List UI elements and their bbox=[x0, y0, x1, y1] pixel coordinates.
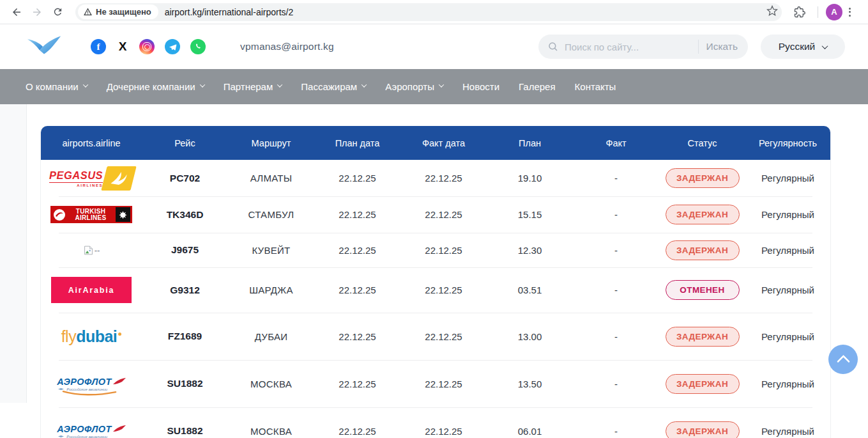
aeroflot-wing-icon bbox=[113, 378, 126, 386]
chevron-down-icon bbox=[439, 82, 444, 87]
facebook-icon[interactable]: f bbox=[91, 39, 106, 54]
flight-number: FZ1689 bbox=[142, 331, 228, 342]
flight-number: TK346D bbox=[142, 209, 228, 221]
whatsapp-icon[interactable] bbox=[190, 39, 206, 54]
url-text[interactable]: airport.kg/international-airports/2 bbox=[165, 7, 766, 17]
airline-logo-cell: АЭРОФЛОТ Российские авиалинии bbox=[41, 377, 142, 391]
security-chip[interactable]: Не защищено bbox=[78, 4, 158, 19]
forward-arrow-icon bbox=[31, 6, 43, 18]
toolbar-right: A bbox=[789, 2, 855, 22]
flight-number: G9312 bbox=[142, 285, 228, 296]
airline-logo-cell: fly dubai bbox=[41, 327, 142, 346]
plan-date: 22.12.25 bbox=[314, 209, 400, 220]
plan-date: 22.12.25 bbox=[314, 331, 400, 342]
airline-logo-cell: AirArabia bbox=[41, 277, 142, 303]
plan-time: 06.01 bbox=[487, 426, 573, 437]
site-search: Искать bbox=[538, 35, 748, 59]
back-button[interactable] bbox=[6, 2, 27, 22]
plan-time: 12.30 bbox=[487, 245, 573, 256]
turkish-emblem-icon bbox=[53, 208, 66, 221]
search-button[interactable]: Искать bbox=[706, 41, 738, 52]
fact-date: 22.12.25 bbox=[400, 331, 487, 342]
aeroflot-swoosh-icon bbox=[62, 389, 117, 397]
route: СТАМБУЛ bbox=[228, 209, 314, 220]
chevron-down-icon bbox=[82, 82, 88, 87]
regularity: Регулярный bbox=[745, 173, 830, 184]
x-icon[interactable]: X bbox=[116, 39, 129, 54]
column-header: airports.airline bbox=[41, 138, 142, 148]
regularity: Регулярный bbox=[745, 426, 830, 437]
nav-item-5[interactable]: Аэропорты bbox=[385, 81, 443, 92]
route: КУВЕЙТ bbox=[228, 245, 314, 256]
fact-date: 22.12.25 bbox=[400, 173, 487, 184]
content-area: airports.airlineРейсМаршрутПлан датаФакт… bbox=[0, 104, 868, 403]
telegram-icon[interactable] bbox=[165, 39, 180, 54]
aeroflot-logo: АЭРОФЛОТ Российские авиалинии bbox=[57, 424, 125, 438]
route: МОСКВА bbox=[228, 379, 314, 389]
flight-row: PEGASUS AIRLINES PC702 АЛМАТЫ 22.12.25 2… bbox=[41, 160, 830, 196]
fact-date: 22.12.25 bbox=[400, 209, 487, 220]
nav-item-2[interactable]: Дочерние компании bbox=[107, 81, 204, 92]
column-header: Факт дата bbox=[400, 138, 487, 148]
language-selector[interactable]: Русский bbox=[761, 35, 845, 59]
fact-date: 22.12.25 bbox=[400, 426, 487, 437]
status-badge: ЗАДЕРЖАН bbox=[666, 168, 740, 188]
flight-row: АЭРОФЛОТ Российские авиалинии SU1882 МОС… bbox=[41, 360, 830, 407]
fact-time: - bbox=[573, 331, 659, 342]
site-header: f X vpmanas@airport.kg Искать Русский bbox=[0, 24, 868, 69]
nav-item-6[interactable]: Новости bbox=[462, 81, 499, 92]
chevron-down-icon bbox=[822, 43, 828, 49]
broken-image-placeholder: -- bbox=[83, 245, 100, 256]
plan-time: 03.51 bbox=[487, 285, 573, 295]
nav-item-8[interactable]: Контакты bbox=[575, 81, 616, 92]
regularity: Регулярный bbox=[745, 209, 830, 220]
reload-icon bbox=[52, 6, 63, 17]
chevron-down-icon bbox=[277, 82, 282, 87]
flight-number: PC702 bbox=[142, 173, 228, 184]
fact-time: - bbox=[573, 379, 659, 389]
plan-date: 22.12.25 bbox=[314, 379, 400, 389]
pegasus-airlines-logo: PEGASUS AIRLINES bbox=[49, 166, 133, 191]
column-header: Маршрут bbox=[228, 138, 314, 148]
column-header: Регулярность bbox=[745, 138, 830, 148]
nav-item-3[interactable]: Партнерам bbox=[224, 81, 282, 92]
language-label: Русский bbox=[779, 41, 816, 52]
bookmark-star-icon[interactable] bbox=[766, 5, 778, 19]
pegasus-flag-icon bbox=[101, 166, 136, 191]
flight-row: AirArabia G9312 ШАРДЖА 22.12.25 22.12.25… bbox=[41, 267, 830, 313]
flydubai-dot bbox=[118, 332, 121, 336]
instagram-icon[interactable] bbox=[139, 39, 155, 54]
forward-button[interactable] bbox=[27, 2, 47, 22]
profile-avatar[interactable]: A bbox=[826, 4, 842, 20]
airline-logo-cell: -- bbox=[41, 245, 142, 256]
nav-item-7[interactable]: Галерея bbox=[519, 81, 556, 92]
toolbar-separator bbox=[818, 6, 818, 18]
extensions-button[interactable] bbox=[789, 2, 810, 22]
table-zone: airports.airlineРейсМаршрутПлан датаФакт… bbox=[27, 104, 868, 403]
url-bar[interactable]: Не защищено airport.kg/international-air… bbox=[75, 3, 782, 21]
nav-item-1[interactable]: О компании bbox=[26, 81, 88, 92]
contact-email[interactable]: vpmanas@airport.kg bbox=[240, 41, 334, 52]
airline-logo-cell: АЭРОФЛОТ Российские авиалинии bbox=[41, 424, 142, 438]
plan-date: 22.12.25 bbox=[314, 173, 400, 184]
fact-date: 22.12.25 bbox=[400, 379, 487, 389]
column-header: Рейс bbox=[142, 138, 228, 148]
search-input[interactable] bbox=[565, 42, 694, 52]
fact-time: - bbox=[573, 173, 659, 184]
nav-item-4[interactable]: Пассажирам bbox=[301, 81, 366, 92]
plan-time: 15.15 bbox=[487, 209, 573, 220]
manas-airport-logo[interactable] bbox=[26, 33, 63, 60]
column-header: Статус bbox=[659, 138, 745, 148]
bird-logo-icon bbox=[26, 33, 63, 58]
route: МОСКВА bbox=[228, 426, 314, 437]
column-header: План дата bbox=[314, 138, 400, 148]
plan-date: 22.12.25 bbox=[314, 285, 400, 295]
regularity: Регулярный bbox=[745, 379, 830, 389]
main-nav-list: О компании Дочерние компании Партнерам П… bbox=[0, 69, 868, 104]
scroll-to-top-button[interactable] bbox=[828, 345, 858, 374]
fact-time: - bbox=[573, 245, 659, 256]
airline-logo-cell: TURKISH AIRLINES bbox=[41, 206, 142, 223]
puzzle-icon bbox=[794, 6, 805, 18]
reload-button[interactable] bbox=[47, 2, 68, 22]
browser-menu-button[interactable] bbox=[845, 4, 855, 20]
